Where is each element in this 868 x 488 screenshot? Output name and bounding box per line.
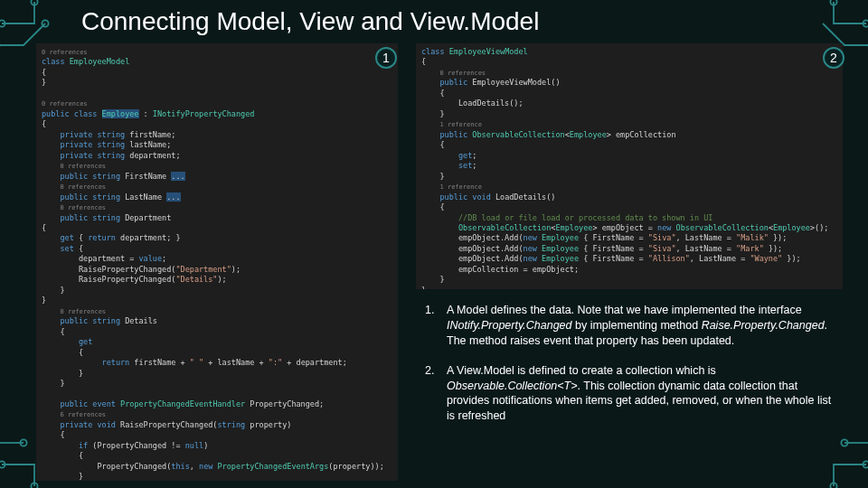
svg-point-8: [31, 483, 37, 488]
svg-point-3: [42, 20, 48, 26]
svg-point-9: [20, 439, 26, 446]
svg-point-1: [31, 0, 37, 5]
note-number: 1.: [425, 303, 447, 349]
svg-point-5: [830, 0, 836, 5]
slide-title: Connecting Model, View and View.Model: [81, 7, 539, 36]
note-item: 1. A Model defines the data. Note that w…: [425, 303, 841, 349]
svg-point-4: [863, 20, 868, 26]
svg-point-12: [841, 439, 847, 446]
svg-point-7: [0, 461, 5, 467]
note-text: A View.Model is defined to create a coll…: [447, 363, 841, 425]
badge-2: 2: [823, 47, 844, 69]
note-number: 2.: [425, 363, 447, 425]
notes-list: 1. A Model defines the data. Note that w…: [425, 303, 841, 438]
code-block-viewmodel: class EmployeeViewModel { 0 references p…: [416, 43, 843, 289]
code-block-model: 0 references class EmployeeModel { } 0 r…: [36, 43, 398, 481]
svg-point-11: [830, 483, 836, 488]
note-text: A Model defines the data. Note that we h…: [447, 303, 841, 349]
badge-1: 1: [375, 47, 397, 69]
svg-point-0: [0, 20, 5, 26]
svg-point-10: [863, 461, 868, 467]
note-item: 2. A View.Model is defined to create a c…: [425, 363, 841, 425]
